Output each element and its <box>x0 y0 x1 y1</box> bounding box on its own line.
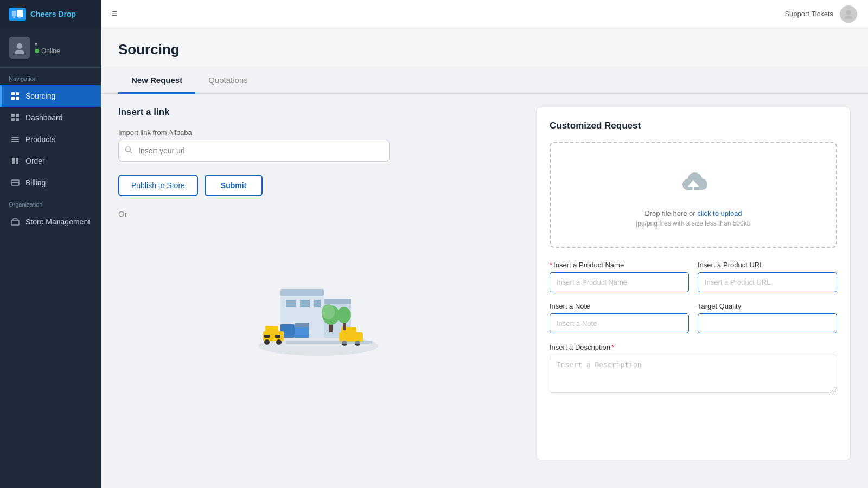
content-area: Sourcing New Request Quotations Insert a… <box>101 28 868 488</box>
svg-point-3 <box>18 16 21 18</box>
drop-file-text: Drop file here or <box>644 209 697 217</box>
svg-rect-10 <box>11 114 15 117</box>
svg-rect-14 <box>11 137 19 138</box>
product-url-label: Insert a Product URL <box>698 261 837 269</box>
avatar <box>9 37 30 59</box>
click-to-upload-link[interactable]: click to upload <box>697 209 742 217</box>
topbar-left: ≡ <box>112 8 118 20</box>
note-input[interactable] <box>550 313 689 333</box>
svg-point-2 <box>13 16 15 18</box>
warehouse-illustration <box>248 240 389 359</box>
sidebar: Cheers Drop ▾ Online Navigation <box>0 0 101 488</box>
svg-rect-1 <box>17 10 23 17</box>
sidebar-item-sourcing[interactable]: Sourcing <box>0 85 101 107</box>
svg-rect-20 <box>11 182 19 183</box>
upload-area[interactable]: Drop file here or click to upload jpg/pn… <box>550 142 837 248</box>
svg-rect-38 <box>265 326 278 333</box>
sidebar-dashboard-label: Dashboard <box>25 113 63 122</box>
user-status: Online <box>35 47 60 55</box>
sidebar-item-products[interactable]: Products <box>0 129 101 150</box>
order-icon <box>10 156 20 166</box>
product-name-input[interactable] <box>550 272 689 292</box>
svg-point-23 <box>845 16 852 19</box>
svg-rect-39 <box>264 335 270 338</box>
logo-text: Cheers Drop <box>30 10 76 18</box>
import-label: Import link from Alibaba <box>118 129 519 137</box>
svg-rect-8 <box>11 97 15 100</box>
sourcing-icon <box>10 91 20 101</box>
svg-point-5 <box>15 50 24 54</box>
url-input[interactable] <box>118 140 390 162</box>
hamburger-icon[interactable]: ≡ <box>112 8 118 20</box>
illustration-area <box>118 240 519 359</box>
topbar-avatar[interactable] <box>840 5 857 23</box>
user-section: ▾ Online <box>0 28 101 68</box>
svg-rect-21 <box>11 220 19 225</box>
svg-rect-0 <box>12 11 16 16</box>
sidebar-item-order[interactable]: Order <box>0 150 101 172</box>
svg-point-51 <box>337 307 351 323</box>
upload-text: Drop file here or click to upload <box>561 208 825 220</box>
sidebar-item-billing[interactable]: Billing <box>0 172 101 194</box>
sidebar-billing-label: Billing <box>25 178 46 187</box>
support-tickets-link[interactable]: Support Tickets <box>784 10 833 18</box>
svg-point-42 <box>276 339 282 345</box>
svg-point-49 <box>322 304 335 319</box>
svg-point-41 <box>264 339 270 345</box>
svg-rect-13 <box>16 118 19 121</box>
product-name-field: * Insert a Product Name <box>550 261 689 292</box>
organization-label: Organization <box>0 194 101 211</box>
product-url-input[interactable] <box>698 272 837 292</box>
cloud-upload-icon <box>676 169 711 200</box>
insert-link-title: Insert a link <box>118 107 519 118</box>
right-panel: Customized Request Drop file here or cli… <box>536 107 851 460</box>
store-management-icon <box>10 217 20 227</box>
two-column-layout: Insert a link Import link from Alibaba P… <box>101 94 868 473</box>
products-icon <box>10 134 20 144</box>
main-content: ≡ Support Tickets Sourcing New Request Q… <box>101 0 868 488</box>
description-textarea[interactable] <box>550 355 837 393</box>
svg-rect-9 <box>16 97 19 100</box>
logo-icon <box>9 8 26 21</box>
svg-rect-52 <box>286 341 373 344</box>
sidebar-item-dashboard[interactable]: Dashboard <box>0 107 101 129</box>
svg-rect-40 <box>275 335 280 338</box>
description-required-star: * <box>611 343 614 351</box>
user-info: ▾ Online <box>35 41 60 55</box>
customized-request-title: Customized Request <box>550 120 837 131</box>
search-icon <box>125 146 132 156</box>
publish-to-store-button[interactable]: Publish to Store <box>118 175 198 196</box>
svg-point-22 <box>846 10 851 15</box>
svg-rect-6 <box>11 92 15 95</box>
svg-rect-17 <box>12 158 15 164</box>
note-label: Insert a Note <box>550 302 689 310</box>
sidebar-item-store-management[interactable]: Store Management <box>0 211 101 233</box>
upload-subtext: jpg/png files with a size less than 500k… <box>561 220 825 227</box>
description-section: Insert a Description * <box>550 343 837 395</box>
topbar: ≡ Support Tickets <box>101 0 868 28</box>
billing-icon <box>10 178 20 188</box>
svg-rect-29 <box>286 300 296 307</box>
svg-point-4 <box>17 43 22 49</box>
svg-rect-7 <box>16 92 19 95</box>
sidebar-products-label: Products <box>25 135 55 144</box>
tab-quotations[interactable]: Quotations <box>195 67 261 94</box>
user-dropdown-arrow[interactable]: ▾ <box>35 41 60 47</box>
quality-field: Target Quality High Quality <box>698 302 837 333</box>
svg-rect-11 <box>16 114 19 117</box>
quality-input[interactable]: High Quality <box>698 313 837 333</box>
note-quality-row: Insert a Note Target Quality High Qualit… <box>550 302 837 333</box>
left-panel: Insert a link Import link from Alibaba P… <box>118 107 536 460</box>
quality-label: Target Quality <box>698 302 837 310</box>
sidebar-store-mgmt-label: Store Management <box>25 217 90 226</box>
dashboard-icon <box>10 113 20 123</box>
note-field: Insert a Note <box>550 302 689 333</box>
product-name-required-star: * <box>550 261 552 269</box>
svg-rect-16 <box>11 141 19 142</box>
svg-rect-34 <box>324 299 351 304</box>
tab-new-request[interactable]: New Request <box>118 67 195 94</box>
sidebar-sourcing-label: Sourcing <box>25 92 55 100</box>
submit-button[interactable]: Submit <box>205 175 263 196</box>
product-name-url-row: * Insert a Product Name Insert a Product… <box>550 261 837 292</box>
svg-line-25 <box>130 151 132 153</box>
